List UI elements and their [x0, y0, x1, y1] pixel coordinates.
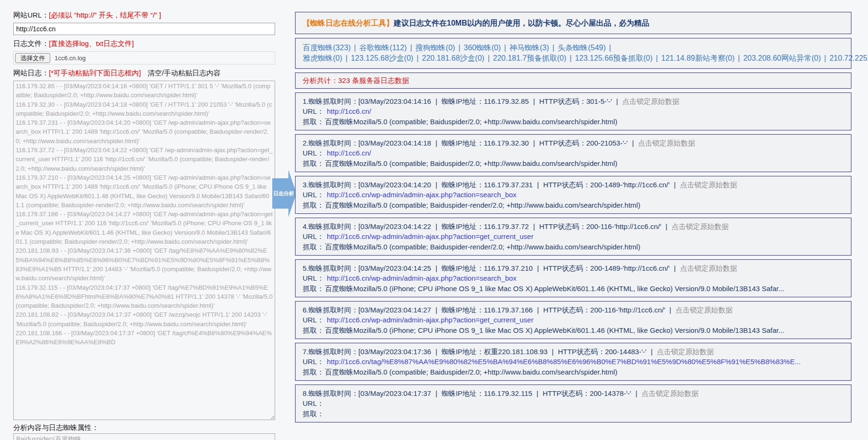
- entry-status-label: HTTP状态码：: [539, 222, 586, 230]
- entry-ua-value: 百度蜘蛛Mozilla/5.0 (compatible; Baiduspider…: [325, 159, 618, 167]
- separator: |: [632, 139, 634, 147]
- separator: |: [636, 389, 637, 397]
- lock-raw-data-link[interactable]: 点击锁定原始数据: [680, 181, 737, 189]
- lock-raw-data-link[interactable]: 点击锁定原始数据: [642, 389, 699, 397]
- entry-url-link[interactable]: http://1cc6.cn/wp-admin/admin-ajax.php?a…: [327, 232, 534, 240]
- log-input-form: 网站URL：[必须以 “http://” 开头，结尾不带 “/” ] 日志文件：…: [13, 10, 275, 440]
- entry-ip-value: 116.179.37.231: [484, 181, 533, 189]
- clear-paste-log-link[interactable]: 清空/手动粘贴日志内容: [148, 69, 221, 77]
- entry-ua-line: 抓取：百度蜘蛛Mozilla/5.0 (iPhone; CPU iPhone O…: [303, 284, 844, 293]
- entry-status-value: 200-14378-'-': [590, 389, 631, 397]
- entry-ip-label: 蜘蛛IP地址：: [442, 139, 484, 147]
- entry-ua-value: 百度蜘蛛Mozilla/5.0 (compatible; Baiduspider…: [325, 118, 618, 126]
- entry-url-link[interactable]: http://1cc6.cn/wp-admin/admin-ajax.php?a…: [327, 274, 517, 282]
- spider-stat-link[interactable]: 头条蜘蛛(549): [558, 44, 606, 52]
- arrow-label: 日志分析: [273, 190, 294, 197]
- entry-url-line: URL：http://1cc6.cn/: [303, 148, 844, 158]
- separator: |: [674, 264, 676, 272]
- entry-url-label: URL：: [303, 274, 324, 282]
- log-content-textarea[interactable]: 116.179.32.85 - - [03/May/2023:04:14:16 …: [13, 81, 275, 420]
- spider-stat-link[interactable]: 百度蜘蛛(323): [303, 44, 351, 52]
- lock-raw-data-link[interactable]: 点击锁定原始数据: [638, 139, 695, 147]
- spider-stat-link[interactable]: 神马蜘蛛(3): [509, 44, 549, 52]
- entry-meta-line: 3.蜘蛛抓取时间：[03/May/2023:04:14:20|蜘蛛IP地址：11…: [303, 180, 844, 190]
- lock-raw-data-link[interactable]: 点击锁定原始数据: [675, 306, 732, 314]
- entry-status-label: HTTP状态码：: [543, 389, 590, 397]
- separator: |: [738, 54, 740, 62]
- spider-stat-link[interactable]: 搜狗蜘蛛(0): [416, 44, 455, 52]
- entry-url-label: URL：: [303, 399, 324, 407]
- file-input[interactable]: 选择文件 1cc6.cn.log: [13, 51, 275, 64]
- entry-ua-label: 抓取：: [303, 410, 324, 418]
- entry-url-line: URL：http://1cc6.cn/wp-admin/admin-ajax.p…: [303, 190, 844, 200]
- entry-ua-line: 抓取：百度蜘蛛Mozilla/5.0 (compatible; Baiduspi…: [303, 242, 844, 252]
- spider-stat-link[interactable]: 121.14.89新站考察(0): [661, 54, 735, 62]
- spider-stat-link[interactable]: 220.181.68沙盒(0): [422, 54, 485, 62]
- separator: |: [435, 306, 437, 314]
- spider-stat-link[interactable]: 123.125.68沙盒(0): [351, 54, 414, 62]
- separator: |: [435, 139, 437, 147]
- log-label: 网站日志：: [13, 69, 49, 77]
- entry-status-value: 200-1489-'http://1cc6.cn/': [590, 181, 670, 189]
- spider-stat-link[interactable]: 220.181.7预备抓取(0): [493, 54, 566, 62]
- separator: |: [616, 97, 618, 105]
- entry-url-label: URL：: [303, 316, 324, 324]
- choose-file-button[interactable]: 选择文件: [15, 53, 50, 63]
- lock-raw-data-link[interactable]: 点击锁定原始数据: [622, 97, 679, 105]
- entry-ip-value: 116.179.32.115: [484, 389, 532, 397]
- separator: |: [674, 181, 676, 189]
- entry-meta-line: 8.蜘蛛抓取时间：[03/May/2023:04:17:37|蜘蛛IP地址：11…: [303, 388, 844, 398]
- entry-ua-value: 百度蜘蛛Mozilla/5.0 (iPhone; CPU iPhone OS 9…: [325, 284, 785, 293]
- entry-meta-line: 5.蜘蛛抓取时间：[03/May/2023:04:14:25|蜘蛛IP地址：11…: [303, 263, 844, 273]
- entry-url-link[interactable]: http://1cc6.cn/wp-admin/admin-ajax.php?a…: [327, 191, 517, 199]
- entry-url-link[interactable]: http://1cc6.cn/: [327, 149, 371, 157]
- separator: |: [533, 222, 535, 230]
- spider-stat-link[interactable]: 203.208.60网站异常(0): [743, 54, 821, 62]
- entry-number: 8.: [303, 389, 309, 397]
- entry-time-label: 蜘蛛抓取时间：: [309, 181, 359, 189]
- lock-raw-data-link[interactable]: 点击锁定原始数据: [680, 264, 737, 272]
- entry-number: 5.: [303, 264, 309, 272]
- lock-raw-data-link[interactable]: 点击锁定原始数据: [672, 222, 729, 230]
- spider-stat-link[interactable]: 360蜘蛛(0): [464, 44, 501, 52]
- entry-url-label: URL：: [303, 149, 324, 157]
- website-url-input[interactable]: [13, 23, 275, 35]
- entry-ua-label: 抓取：: [303, 284, 324, 293]
- entry-ua-label: 抓取：: [303, 201, 324, 209]
- entry-url-link[interactable]: http://1cc6.cn/tag/%E8%87%AA%E9%80%82%E5…: [327, 358, 801, 366]
- separator: |: [488, 54, 489, 62]
- entry-status-value: 200-21053-'-': [586, 139, 628, 147]
- entry-ua-line: 抓取：百度蜘蛛Mozilla/5.0 (compatible; Baiduspi…: [303, 200, 844, 210]
- spider-stat-link[interactable]: 雅虎蜘蛛(0): [303, 54, 342, 62]
- spider-stat-link[interactable]: 谷歌蜘蛛(112): [360, 44, 407, 52]
- entry-status-label: HTTP状态码：: [539, 139, 586, 147]
- tool-name: 【蜘蛛日志在线分析工具】: [303, 19, 394, 27]
- entry-status-label: HTTP状态码：: [543, 306, 590, 314]
- entry-url-label: URL：: [303, 107, 324, 115]
- results-header: 【蜘蛛日志在线分析工具】建议日志文件在10MB以内的用户使用，以防卡顿。尽心小屋…: [295, 12, 851, 34]
- entry-ip-label: 蜘蛛IP地址：: [442, 306, 484, 314]
- entry-url-link[interactable]: http://1cc6.cn/: [327, 107, 371, 115]
- separator: |: [533, 97, 535, 105]
- spider-stat-link[interactable]: 210.72.225巡逻(0): [830, 54, 868, 62]
- entry-ua-value: 百度蜘蛛Mozilla/5.0 (compatible; Baiduspider…: [325, 243, 640, 251]
- separator: |: [435, 348, 437, 356]
- separator: |: [537, 306, 539, 314]
- file-hint: [直接选择log、txt日志文件]: [49, 39, 134, 47]
- entry-url-link[interactable]: http://1cc6.cn/wp-admin/admin-ajax.php?a…: [327, 316, 534, 324]
- entry-meta-line: 6.蜘蛛抓取时间：[03/May/2023:04:14:27|蜘蛛IP地址：11…: [303, 305, 844, 315]
- separator: |: [665, 222, 667, 230]
- entry-url-line: URL：: [303, 398, 844, 408]
- spider-stat-link[interactable]: 123.125.66预备抓取(0): [575, 54, 653, 62]
- entry-ip-label: 蜘蛛IP地址：: [442, 222, 484, 230]
- entry-meta-line: 1.蜘蛛抓取时间：[03/May/2023:04:14:16|蜘蛛IP地址：11…: [303, 96, 844, 106]
- separator: |: [416, 54, 418, 62]
- log-entry: 6.蜘蛛抓取时间：[03/May/2023:04:14:27|蜘蛛IP地址：11…: [295, 301, 851, 339]
- lock-raw-data-link[interactable]: 点击锁定原始数据: [657, 348, 714, 356]
- entry-ua-label: 抓取：: [303, 368, 324, 376]
- separator: |: [536, 389, 538, 397]
- spider-attr-textarea[interactable]: Baiduspider=百度蜘蛛: [13, 433, 275, 440]
- spider-attr-label: 分析内容与日志蜘蛛属性：: [13, 423, 275, 432]
- entry-ip-label: 蜘蛛IP地址：: [442, 348, 484, 356]
- entry-number: 2.: [303, 139, 309, 147]
